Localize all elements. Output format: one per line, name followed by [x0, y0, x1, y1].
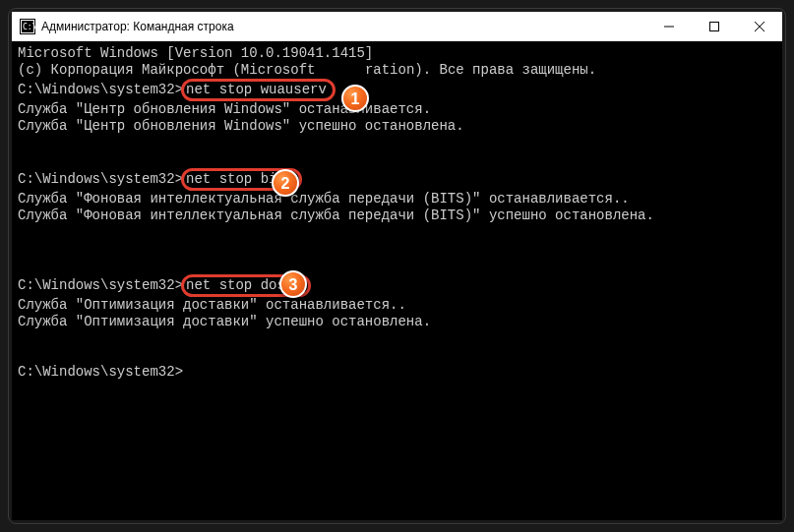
- terminal-line: [18, 224, 776, 241]
- terminal-line: Служба "Фоновая интеллектуальная служба …: [18, 191, 776, 207]
- step-badge-3: 3: [279, 270, 307, 298]
- command-line-3: C:\Windows\system32>net stop dosvc: [18, 274, 776, 297]
- terminal-line: Служба "Оптимизация доставки" успешно ос…: [18, 314, 776, 330]
- app-icon: C:\: [20, 19, 35, 34]
- step-badge-1: 1: [341, 85, 369, 112]
- terminal-line: Служба "Центр обновления Windows" успешн…: [18, 118, 776, 135]
- terminal-output[interactable]: 1 2 3 Microsoft Windows [Version 10.0.19…: [12, 41, 782, 520]
- maximize-button[interactable]: [692, 12, 737, 40]
- terminal-line: Служба "Оптимизация доставки" останавлив…: [18, 297, 776, 314]
- terminal-line: [18, 241, 776, 258]
- titlebar[interactable]: C:\ Администратор: Командная строка: [12, 12, 782, 41]
- minimize-button[interactable]: [646, 12, 692, 40]
- terminal-line: Служба "Центр обновления Windows" остана…: [18, 101, 776, 118]
- terminal-line: Microsoft Windows [Version 10.0.19041.14…: [18, 45, 776, 62]
- step-badge-2: 2: [272, 169, 299, 197]
- terminal-line: [18, 151, 776, 168]
- window-title: Администратор: Командная строка: [41, 20, 646, 33]
- prompt: C:\Windows\system32>: [18, 171, 183, 187]
- prompt-line: C:\Windows\system32>: [18, 364, 776, 381]
- command-prompt-window: C:\ Администратор: Командная строка 1 2 …: [12, 12, 782, 520]
- terminal-line: (c) Корпорация Майкрософт (Microsoft Cor…: [18, 62, 776, 79]
- command-line-2: C:\Windows\system32>net stop bits: [18, 168, 776, 191]
- command-highlight-1: net stop wuauserv: [181, 79, 336, 101]
- terminal-line: [18, 347, 776, 364]
- window-controls: [646, 12, 782, 40]
- terminal-line: [18, 330, 776, 347]
- svg-rect-5: [710, 22, 719, 30]
- prompt: C:\Windows\system32>: [18, 82, 183, 97]
- prompt: C:\Windows\system32>: [18, 277, 183, 293]
- svg-text:C:\: C:\: [23, 23, 35, 31]
- terminal-line: [18, 258, 776, 274]
- prompt: C:\Windows\system32>: [18, 364, 183, 380]
- close-button[interactable]: [737, 12, 782, 40]
- command-line-1: C:\Windows\system32>net stop wuauserv: [18, 79, 776, 101]
- terminal-line: Служба "Фоновая интеллектуальная служба …: [18, 207, 776, 224]
- terminal-line: [18, 135, 776, 151]
